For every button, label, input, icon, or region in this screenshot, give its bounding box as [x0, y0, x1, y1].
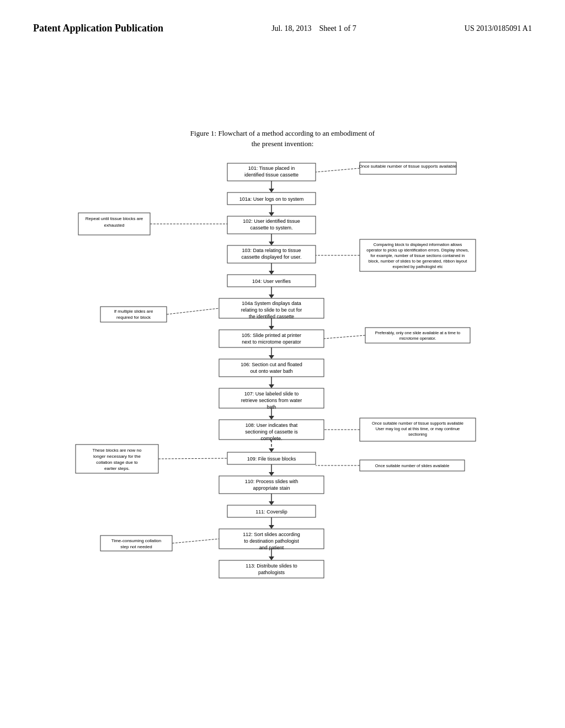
svg-marker-55 [269, 355, 274, 359]
svg-marker-66 [269, 416, 274, 420]
svg-text:Time-consuming collation: Time-consuming collation [111, 538, 161, 543]
svg-text:These blocks are now no: These blocks are now no [93, 448, 142, 453]
svg-text:out onto water bath: out onto water bath [250, 368, 292, 374]
page: Patent Application Publication Jul. 18, … [0, 0, 565, 728]
svg-text:block, number of slides to be : block, number of slides to be generated,… [369, 259, 467, 264]
svg-text:next to microtome operator: next to microtome operator [242, 339, 301, 345]
patent-number: US 2013/0185091 A1 [465, 22, 532, 33]
svg-text:104a System displays data: 104a System displays data [242, 301, 301, 306]
svg-marker-60 [269, 384, 274, 388]
svg-text:pathologists: pathologists [258, 570, 285, 575]
flowchart-svg: 101: Tissue placed in identified tissue … [45, 158, 520, 665]
svg-text:103: Data relating to tissue: 103: Data relating to tissue [242, 248, 301, 253]
svg-text:If multiple slides are: If multiple slides are [114, 309, 153, 314]
svg-marker-109 [269, 556, 274, 560]
svg-line-107 [172, 539, 219, 543]
svg-text:sectioning of cassette is: sectioning of cassette is [245, 429, 298, 435]
svg-text:earlier steps.: earlier steps. [104, 466, 130, 471]
svg-marker-99 [269, 525, 274, 529]
flowchart-section: Figure 1: Flowchart of a method accordin… [33, 129, 532, 665]
svg-text:operator to picks up identific: operator to picks up identification erro… [366, 248, 469, 253]
svg-text:cassette to system.: cassette to system. [250, 225, 292, 231]
svg-text:for example, number of tissue : for example, number of tissue sections c… [371, 253, 465, 258]
svg-marker-95 [269, 501, 274, 505]
header: Patent Application Publication Jul. 18, … [33, 22, 532, 40]
svg-text:to destination pathologist: to destination pathologist [244, 538, 299, 544]
svg-text:exhausted: exhausted [104, 223, 125, 228]
svg-text:sectioning: sectioning [408, 432, 427, 437]
svg-text:cassette displayed for user.: cassette displayed for user. [241, 254, 301, 260]
svg-text:Comparing block to displayed i: Comparing block to displayed information… [374, 242, 462, 247]
svg-text:Once suitable number of tissue: Once suitable number of tissue supports … [372, 421, 463, 426]
publication-date: Jul. 18, 2013 [271, 24, 311, 33]
svg-marker-77 [269, 448, 274, 452]
svg-text:longer necessary for the: longer necessary for the [93, 454, 141, 459]
svg-text:step not needed: step not needed [120, 544, 152, 549]
flowchart-title: Figure 1: Flowchart of a method accordin… [190, 129, 375, 148]
svg-text:microtome operator.: microtome operator. [399, 336, 436, 341]
svg-text:Once suitable number of slides: Once suitable number of slides available [375, 463, 450, 468]
svg-text:User may log out at this time,: User may log out at this time, or may co… [376, 426, 460, 431]
svg-text:106: Section cut and floated: 106: Section cut and floated [241, 362, 302, 367]
svg-text:appropriate stain: appropriate stain [253, 485, 290, 491]
svg-text:107: Use labeled slide to: 107: Use labeled slide to [244, 391, 299, 397]
svg-line-53 [324, 335, 365, 339]
sheet-info: Sheet 1 of 7 [319, 24, 356, 33]
svg-text:105: Slide printed at printer: 105: Slide printed at printer [242, 333, 301, 338]
svg-text:required for block: required for block [116, 315, 151, 320]
svg-text:113: Distribute slides to: 113: Distribute slides to [246, 563, 297, 569]
svg-text:104: User verifies: 104: User verifies [252, 279, 291, 284]
svg-marker-20 [269, 242, 274, 245]
svg-text:101: Tissue placed in: 101: Tissue placed in [248, 165, 295, 171]
svg-marker-36 [269, 295, 274, 298]
svg-line-44 [167, 308, 219, 314]
svg-text:110: Process slides with: 110: Process slides with [245, 479, 299, 484]
svg-text:relating to slide to be cut fo: relating to slide to be cut for [241, 307, 302, 313]
header-date-sheet: Jul. 18, 2013 Sheet 1 of 7 [271, 22, 356, 33]
svg-text:Repeat until tissue blocks are: Repeat until tissue blocks are [86, 216, 143, 221]
svg-marker-11 [269, 212, 274, 216]
svg-text:108: User indicates that: 108: User indicates that [246, 422, 298, 428]
svg-marker-87 [269, 472, 274, 476]
svg-text:112: Sort slides according: 112: Sort slides according [243, 532, 300, 537]
svg-marker-46 [269, 326, 274, 330]
svg-marker-32 [269, 271, 274, 275]
svg-text:retrieve sections from water: retrieve sections from water [241, 398, 302, 403]
svg-text:Once suitable number of tissue: Once suitable number of tissue supports … [359, 164, 457, 169]
svg-line-5 [316, 168, 360, 172]
svg-text:102: User identified tissue: 102: User identified tissue [243, 218, 300, 224]
patent-title: Patent Application Publication [33, 22, 163, 35]
svg-text:111: Coverslip: 111: Coverslip [255, 509, 287, 515]
svg-text:expected by pathologist etc: expected by pathologist etc [393, 264, 443, 269]
svg-text:collation stage due to: collation stage due to [96, 460, 138, 465]
svg-marker-7 [269, 189, 274, 192]
flowchart-title-line2: the present invention: [252, 140, 314, 148]
svg-text:101a: User logs on to system: 101a: User logs on to system [239, 196, 304, 202]
svg-text:identified tissue cassette: identified tissue cassette [244, 172, 299, 178]
flowchart-title-line1: Figure 1: Flowchart of a method accordin… [190, 129, 375, 137]
svg-text:109: File tissue blocks: 109: File tissue blocks [247, 456, 296, 462]
svg-text:Preferably, only one slide ava: Preferably, only one slide available at … [375, 330, 461, 335]
svg-line-85 [158, 458, 227, 459]
